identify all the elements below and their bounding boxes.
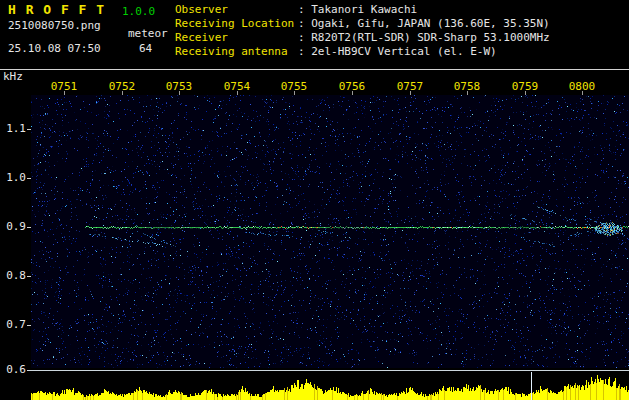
capture-datetime: 25.10.08 07:50 xyxy=(8,42,101,55)
location-label: Receiving Location xyxy=(175,17,298,30)
antenna-value: : 2el-HB9CV Vertical (el. E-W) xyxy=(298,45,497,58)
spectrogram-canvas xyxy=(31,95,629,368)
freq-tick-1-0: 1.0 xyxy=(2,171,26,184)
freq-tick-0-9: 0.9 xyxy=(2,220,26,233)
observer-label: Observer xyxy=(175,3,298,16)
freq-tick-1-1: 1.1 xyxy=(2,122,26,135)
app-name: H R O F F T xyxy=(8,2,105,17)
header-separator-line xyxy=(0,69,629,70)
antenna-label: Receiving antenna xyxy=(175,45,298,58)
station-info: Observer: Takanori Kawachi Receiving Loc… xyxy=(175,3,550,59)
antenna-row: Receiving antenna: 2el-HB9CV Vertical (e… xyxy=(175,45,550,59)
app-version: 1.0.0 xyxy=(122,5,155,18)
observer-row: Observer: Takanori Kawachi xyxy=(175,3,550,17)
hrofft-output: H R O F F T 1.0.0 2510080750.png meteor … xyxy=(0,0,629,400)
freq-tick-0-8: 0.8 xyxy=(2,269,26,282)
freq-tick-0-7: 0.7 xyxy=(2,318,26,331)
signal-level-canvas xyxy=(31,372,629,400)
freq-tick-0-6: 0.6 xyxy=(2,363,26,376)
echo-count: 64 xyxy=(139,42,152,55)
app-title: H R O F F T xyxy=(8,3,105,17)
observer-value: : Takanori Kawachi xyxy=(298,3,417,16)
location-row: Receiving Location: Ogaki, Gifu, JAPAN (… xyxy=(175,17,550,31)
receiver-row: Receiver: R820T2(RTL-SDR) SDR-Sharp 53.1… xyxy=(175,31,550,45)
mode-label: meteor xyxy=(128,27,168,40)
output-filename: 2510080750.png xyxy=(8,19,101,32)
receiver-value: : R820T2(RTL-SDR) SDR-Sharp 53.1000MHz xyxy=(298,31,550,44)
location-value: : Ogaki, Gifu, JAPAN (136.60E, 35.35N) xyxy=(298,17,550,30)
receiver-label: Receiver xyxy=(175,31,298,44)
level-strip-separator-line xyxy=(27,370,629,371)
time-axis: 0751 0752 0753 0754 0755 0756 0757 0758 … xyxy=(0,80,629,93)
